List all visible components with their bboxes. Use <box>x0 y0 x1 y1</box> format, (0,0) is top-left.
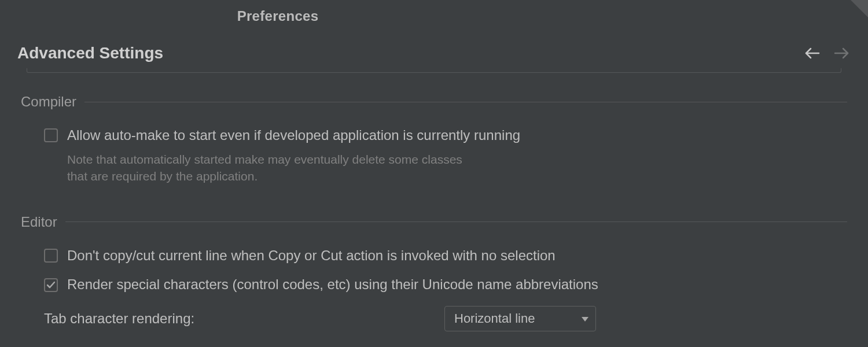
label-tab-rendering: Tab character rendering: <box>44 311 433 327</box>
group-name-editor: Editor <box>21 214 57 230</box>
group-editor: Editor Don't copy/cut current line when … <box>21 214 847 332</box>
option-auto-make: Allow auto-make to start even if develop… <box>21 127 847 144</box>
group-compiler: Compiler Allow auto-make to start even i… <box>21 94 847 185</box>
group-separator <box>84 102 847 102</box>
combobox-value: Horizontal line <box>454 311 535 326</box>
window-title: Preferences <box>0 8 556 24</box>
nav-forward-button <box>832 44 851 62</box>
label-render-special: Render special characters (control codes… <box>67 276 598 293</box>
group-header-editor: Editor <box>21 214 847 230</box>
combobox-tab-rendering[interactable]: Horizontal line <box>444 306 596 331</box>
checkbox-no-copy-cut[interactable] <box>44 249 58 263</box>
label-auto-make: Allow auto-make to start even if develop… <box>67 127 520 144</box>
nav-back-button[interactable] <box>803 44 822 62</box>
label-no-copy-cut: Don't copy/cut current line when Copy or… <box>67 248 556 264</box>
option-render-special: Render special characters (control codes… <box>21 276 847 293</box>
svg-marker-2 <box>582 317 589 322</box>
section-header: Advanced Settings <box>0 38 868 68</box>
note-auto-make: Note that automatically started make may… <box>67 151 484 185</box>
content-area: Compiler Allow auto-make to start even i… <box>21 68 847 347</box>
section-title: Advanced Settings <box>17 44 163 62</box>
group-name-compiler: Compiler <box>21 94 76 110</box>
checkbox-render-special[interactable] <box>44 278 58 292</box>
group-separator <box>65 222 847 222</box>
checkbox-auto-make[interactable] <box>44 128 58 142</box>
option-no-copy-cut: Don't copy/cut current line when Copy or… <box>21 248 847 264</box>
chevron-down-icon <box>582 313 589 324</box>
field-tab-rendering: Tab character rendering: Horizontal line <box>21 306 847 331</box>
top-divider <box>27 68 841 73</box>
corner-decoration <box>851 0 868 17</box>
group-header-compiler: Compiler <box>21 94 847 110</box>
nav-arrows <box>803 44 851 62</box>
